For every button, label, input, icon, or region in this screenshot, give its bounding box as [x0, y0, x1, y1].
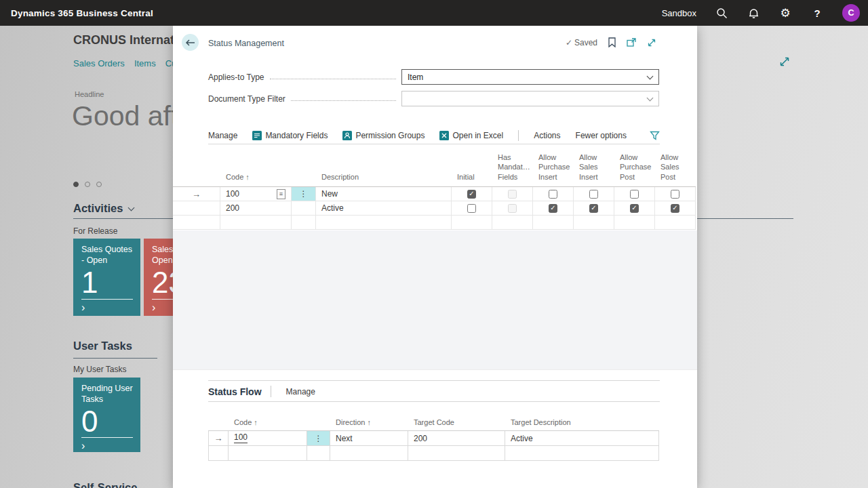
open-in-excel-action[interactable]: Open in Excel: [439, 131, 503, 140]
checkbox[interactable]: [630, 190, 639, 199]
column-header-code[interactable]: Code ↑: [229, 418, 307, 430]
fewer-options-button[interactable]: Fewer options: [576, 131, 627, 140]
code-cell[interactable]: 100: [229, 431, 307, 445]
my-user-tasks-label: My User Tasks: [73, 365, 126, 374]
code-cell[interactable]: 100: [220, 187, 292, 201]
checkbox[interactable]: [549, 204, 557, 213]
allow-purchase-insert-cell: [533, 216, 574, 229]
avatar[interactable]: C: [842, 4, 860, 22]
description-cell[interactable]: New: [316, 187, 452, 201]
target-description-cell[interactable]: [505, 446, 659, 460]
row-options-cell: [307, 446, 330, 460]
greeting-headline: Good aft: [72, 100, 178, 132]
permission-groups-action[interactable]: Permission Groups: [342, 131, 425, 140]
tile-value: 0: [81, 406, 133, 437]
status-flow-title: Status Flow: [208, 386, 262, 397]
settings-icon[interactable]: [778, 6, 792, 20]
target-description-cell[interactable]: Active: [505, 431, 659, 445]
checkbox[interactable]: [589, 204, 598, 213]
actions-menu[interactable]: Actions: [534, 131, 560, 140]
column-header-allow-sales-insert[interactable]: Allow Sales Insert: [574, 152, 614, 186]
nav-sales-orders[interactable]: Sales Orders: [73, 58, 125, 68]
dotted-leader: [291, 92, 396, 101]
activities-title: Activities: [73, 202, 123, 215]
list-toolbar: Manage Mandatory Fields Permission Group…: [208, 129, 660, 144]
expand-widget-icon[interactable]: [778, 56, 791, 68]
column-header-direction[interactable]: Direction ↑: [330, 418, 408, 430]
column-header-indicator: [208, 426, 229, 430]
manage-menu[interactable]: Manage: [208, 131, 237, 140]
column-header-allow-sales-post[interactable]: Allow Sales Post: [655, 152, 696, 186]
checkbox[interactable]: [589, 190, 598, 199]
saved-label: Saved: [574, 38, 597, 47]
active-row-indicator: [173, 187, 220, 201]
chevron-down-icon: [647, 95, 654, 102]
applies-to-type-select[interactable]: Item: [401, 69, 659, 85]
column-header-target-code[interactable]: Target Code: [408, 418, 505, 430]
direction-cell[interactable]: [330, 446, 408, 460]
chevron-down-icon: [128, 204, 135, 211]
column-header-allow-purchase-insert[interactable]: Allow Purchase Insert: [533, 152, 574, 186]
row-options-button[interactable]: [307, 431, 330, 445]
code-cell[interactable]: [220, 216, 292, 229]
carousel-dot-1[interactable]: [73, 182, 79, 187]
document-type-filter-select[interactable]: [401, 91, 659, 106]
headline-carousel-dots: [73, 182, 102, 187]
tile-sales-quotes-open[interactable]: Sales Quotes - Open 1 ›: [73, 239, 140, 316]
open-in-new-window-icon[interactable]: [627, 38, 636, 47]
search-icon[interactable]: [715, 6, 728, 20]
carousel-dot-2[interactable]: [85, 182, 90, 187]
checkbox: [508, 190, 517, 199]
back-button[interactable]: [182, 34, 199, 51]
self-service-section-header[interactable]: Self-Service: [73, 481, 137, 488]
column-header-has-mandatory-fields[interactable]: Has Mandat… Fields: [492, 152, 533, 186]
bookmark-icon[interactable]: [608, 37, 616, 47]
description-cell[interactable]: Active: [316, 201, 452, 215]
save-status: ✓ Saved: [566, 38, 597, 47]
excel-icon: [439, 131, 449, 140]
allow-purchase-insert-cell: [533, 187, 574, 201]
screen: Dynamics 365 Business Central Sandbox ? …: [0, 0, 868, 488]
topbar: Dynamics 365 Business Central Sandbox ? …: [0, 0, 868, 26]
column-header-description[interactable]: Description: [316, 172, 452, 186]
nav-items[interactable]: Items: [134, 58, 156, 68]
notifications-icon[interactable]: [747, 6, 760, 20]
column-header-target-description[interactable]: Target Description: [505, 418, 659, 430]
description-cell[interactable]: [316, 216, 452, 229]
checkbox[interactable]: [630, 204, 639, 213]
target-code-cell[interactable]: [408, 446, 505, 460]
allow-purchase-post-cell: [614, 216, 655, 229]
allow-sales-post-cell: [655, 201, 696, 215]
active-row-indicator: [208, 431, 229, 445]
user-tasks-section-header[interactable]: User Tasks: [73, 340, 132, 352]
filter-icon[interactable]: [650, 131, 660, 140]
column-header-code[interactable]: Code ↑: [220, 172, 292, 186]
help-icon[interactable]: ?: [810, 6, 824, 20]
checkbox[interactable]: [549, 190, 557, 199]
column-header-allow-purchase-post[interactable]: Allow Purchase Post: [614, 152, 655, 186]
has-mandatory-fields-cell: [492, 187, 533, 201]
status-flow-underline: [208, 401, 660, 402]
chevron-down-icon: [647, 73, 654, 80]
column-header-initial[interactable]: Initial: [452, 172, 492, 186]
expand-dialog-icon[interactable]: [647, 38, 656, 47]
direction-cell[interactable]: Next: [330, 431, 408, 445]
assist-edit-icon[interactable]: [277, 189, 285, 199]
checkbox[interactable]: [671, 190, 679, 199]
carousel-dot-3[interactable]: [96, 182, 102, 187]
checkbox[interactable]: [467, 190, 476, 199]
code-cell[interactable]: [229, 446, 307, 460]
activities-section-header[interactable]: Activities: [73, 202, 134, 215]
row-options-cell[interactable]: [292, 201, 316, 215]
status-flow-manage-menu[interactable]: Manage: [286, 387, 315, 396]
tile-value: 1: [81, 267, 133, 298]
mandatory-fields-icon: [252, 131, 262, 140]
code-cell[interactable]: 200: [220, 201, 292, 215]
tile-pending-user-tasks[interactable]: Pending User Tasks 0 ›: [73, 378, 140, 452]
checkbox[interactable]: [671, 204, 679, 213]
mandatory-fields-action[interactable]: Mandatory Fields: [252, 131, 328, 140]
row-options-button[interactable]: [292, 187, 316, 201]
target-code-cell[interactable]: 200: [408, 431, 505, 445]
tile-label: Pending User Tasks: [81, 384, 133, 405]
checkbox[interactable]: [467, 204, 476, 213]
